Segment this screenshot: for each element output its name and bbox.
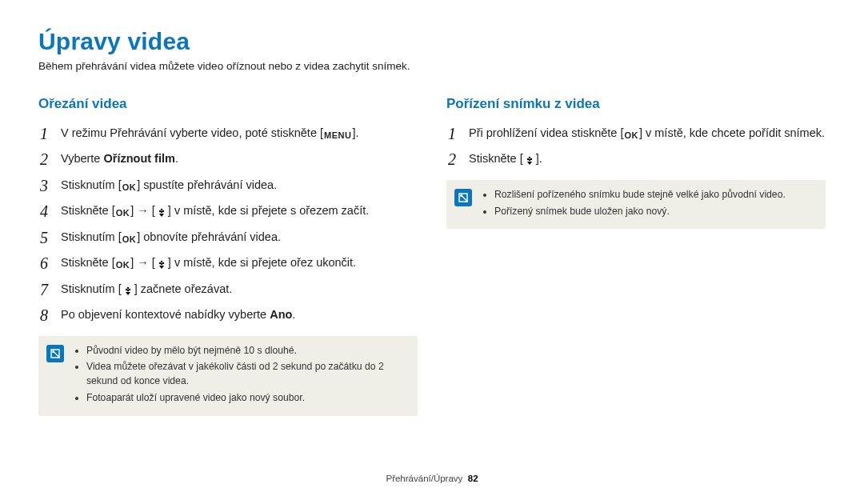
list-item: Rozlišení pořízeného snímku bude stejně … <box>494 188 786 202</box>
left-note: Původní video by mělo být nejméně 10 s d… <box>38 336 418 416</box>
text: Po objevení kontextové nabídky vyberte <box>61 308 270 321</box>
text: ] spustíte přehrávání videa. <box>137 178 277 191</box>
left-step-4: Stiskněte [OK] → [] v místě, kde si přej… <box>40 198 418 223</box>
svg-point-8 <box>127 287 129 289</box>
text: V režimu Přehrávání vyberte video, poté … <box>61 126 323 139</box>
left-step-6: Stiskněte [OK] → [] v místě, kde si přej… <box>40 250 418 275</box>
list-item: Původní video by mělo být nejméně 10 s d… <box>86 344 406 358</box>
left-steps: V režimu Přehrávání vyberte video, poté … <box>38 120 418 328</box>
text: . <box>175 152 178 165</box>
text: . <box>292 308 295 321</box>
text: ] → [ <box>130 204 155 217</box>
text: Stisknutím [ <box>61 282 122 295</box>
right-step-2: Stiskněte []. <box>448 146 826 171</box>
flower-down-icon <box>155 206 168 218</box>
note-icon <box>454 189 472 206</box>
svg-point-13 <box>529 157 530 158</box>
flower-down-icon <box>155 258 168 270</box>
text: Stiskněte [ <box>61 204 115 217</box>
text: ] v místě, kde si přejete ořez ukončit. <box>168 256 356 269</box>
svg-point-7 <box>161 263 162 265</box>
list-item: Pořízený snímek bude uložen jako nový. <box>494 205 786 219</box>
text: ] obnovíte přehrávání videa. <box>137 230 281 243</box>
page-number: 82 <box>468 474 478 483</box>
svg-point-11 <box>127 290 129 291</box>
right-column: Pořízení snímku z videa Při prohlížení v… <box>446 88 826 416</box>
text: ] začnete ořezávat. <box>134 282 233 295</box>
text: Při prohlížení videa stiskněte [ <box>469 126 623 139</box>
list-item: Fotoaparát uloží upravené video jako nov… <box>86 391 406 406</box>
right-steps: Při prohlížení videa stiskněte [OK] v mí… <box>446 120 826 172</box>
ok-icon: OK <box>115 207 131 218</box>
right-heading: Pořízení snímku z videa <box>446 96 826 112</box>
right-step-1: Při prohlížení videa stiskněte [OK] v mí… <box>448 120 826 146</box>
list-item: Videa můžete ořezávat v jakékoliv části … <box>86 360 406 388</box>
text: Stisknutím [ <box>61 178 122 191</box>
ok-icon: OK <box>115 259 131 270</box>
text: ] v místě, kde si přejete s ořezem začít… <box>168 204 369 217</box>
menu-icon: MENU <box>323 130 352 141</box>
left-heading: Ořezání videa <box>38 96 418 112</box>
svg-point-16 <box>529 159 530 161</box>
text: Vyberte <box>61 152 103 165</box>
text: Stisknutím [ <box>61 230 122 243</box>
right-note: Rozlišení pořízeného snímku bude stejně … <box>446 180 826 229</box>
note-icon <box>46 345 64 362</box>
page-lead: Během přehrávání videa můžete video oříz… <box>38 60 826 72</box>
text: ]. <box>352 126 358 139</box>
text: Stiskněte [ <box>61 256 115 269</box>
text: Stiskněte [ <box>469 152 523 165</box>
ok-icon: OK <box>122 234 138 245</box>
left-step-8: Po objevení kontextové nabídky vyberte A… <box>40 302 418 327</box>
ok-icon: OK <box>122 182 138 193</box>
text: ] v místě, kde chcete pořídit snímek. <box>639 126 825 139</box>
left-step-7: Stisknutím [] začnete ořezávat. <box>40 276 418 302</box>
left-step-3: Stisknutím [OK] spustíte přehrávání vide… <box>40 172 418 198</box>
flower-down-icon <box>122 285 134 296</box>
svg-point-0 <box>161 209 162 210</box>
page-footer: Přehrávání/Úpravy 82 <box>0 474 864 483</box>
left-step-5: Stisknutím [OK] obnovíte přehrávání vide… <box>40 224 418 250</box>
left-step-2: Vyberte Oříznout film. <box>40 146 418 171</box>
footer-path: Přehrávání/Úpravy <box>386 474 462 483</box>
left-note-list: Původní video by mělo být nejméně 10 s d… <box>74 344 406 408</box>
text: ]. <box>536 152 542 165</box>
flower-down-icon <box>523 154 536 166</box>
text: ] → [ <box>130 256 155 269</box>
columns: Ořezání videa V režimu Přehrávání vybert… <box>38 88 826 416</box>
left-column: Ořezání videa V režimu Přehrávání vybert… <box>38 88 418 416</box>
svg-point-4 <box>161 261 162 262</box>
left-step-1: V režimu Přehrávání vyberte video, poté … <box>40 120 418 146</box>
manual-page: Úpravy videa Během přehrávání videa může… <box>0 0 864 504</box>
bold-text: Oříznout film <box>103 152 174 165</box>
page-title: Úpravy videa <box>38 28 826 55</box>
right-note-list: Rozlišení pořízeného snímku bude stejně … <box>482 188 786 221</box>
ok-icon: OK <box>623 130 639 141</box>
svg-point-3 <box>161 211 162 213</box>
bold-text: Ano <box>270 308 292 321</box>
